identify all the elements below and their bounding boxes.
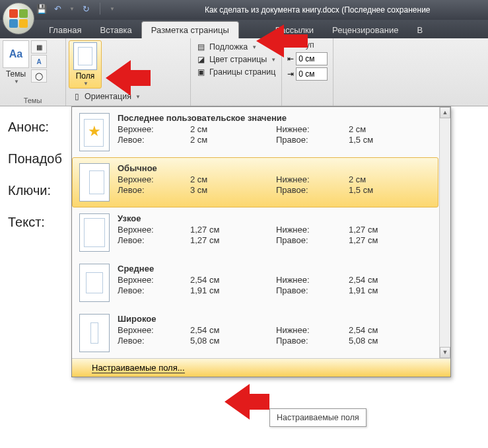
margins-button[interactable]: Поля ▼	[69, 40, 102, 89]
page-color-icon: ◪	[196, 54, 207, 65]
val-bottom: 2 см	[349, 124, 431, 134]
val-top: 2,54 см	[190, 275, 276, 285]
label-right: Правое:	[276, 285, 349, 295]
themes-dropdown-icon[interactable]: ▼	[14, 79, 19, 85]
label-bottom: Нижнее:	[276, 325, 349, 335]
label-left: Левое:	[118, 235, 190, 245]
title-bar: 💾 ↶ ▼ ↻ ▼ Как сделать из документа книгу…	[0, 0, 488, 20]
label-top: Верхнее:	[118, 325, 190, 335]
label-left: Левое:	[118, 336, 190, 346]
svg-marker-2	[225, 384, 269, 420]
margin-thumb-icon	[79, 163, 110, 202]
option-title: Обычное	[118, 163, 431, 173]
dropdown-scrollbar[interactable]: ▲ ▼	[439, 107, 450, 358]
val-bottom: 2 см	[349, 174, 431, 184]
ribbon: Aa Темы ▼ ▦ A ◯ Темы Поля ▼ ▯Ориентация▼…	[0, 38, 488, 106]
margins-option-normal[interactable]: Обычное Верхнее:2 смНижнее:2 см Левое:3 …	[72, 157, 438, 207]
val-top: 1,27 см	[190, 225, 276, 235]
office-button[interactable]	[3, 3, 34, 34]
star-icon: ★	[88, 123, 101, 140]
label-left: Левое:	[118, 285, 190, 295]
val-top: 2,54 см	[190, 325, 276, 335]
label-right: Правое:	[276, 185, 349, 195]
val-top: 2 см	[190, 174, 276, 184]
ribbon-tabs: Главная Вставка Разметка страницы ки Рас…	[0, 20, 488, 38]
margins-option-narrow[interactable]: Узкое Верхнее:1,27 смНижнее:1,27 см Лево…	[72, 207, 438, 258]
annotation-arrow-2	[106, 58, 152, 101]
margins-option-wide[interactable]: Широкое Верхнее:2,54 смНижнее:2,54 см Ле…	[72, 308, 438, 358]
tooltip-text: Настраиваемые поля	[277, 413, 359, 422]
theme-colors-button[interactable]: ▦	[31, 40, 47, 54]
annotation-arrow-3	[225, 382, 271, 425]
save-icon[interactable]: 💾	[36, 3, 47, 14]
watermark-icon: ▤	[196, 42, 207, 52]
margins-dropdown: ▲ ▼ ★ Последнее пользовательское значени…	[71, 106, 451, 377]
indent-right-icon: ⇥	[287, 69, 294, 79]
val-top: 2 см	[190, 124, 276, 134]
colors-icon: ▦	[36, 44, 42, 51]
themes-label: Темы	[6, 69, 26, 79]
label-bottom: Нижнее:	[276, 174, 349, 184]
redo-icon[interactable]: ↻	[81, 3, 92, 14]
svg-marker-1	[106, 60, 151, 96]
label-left: Левое:	[118, 135, 190, 145]
label-bottom: Нижнее:	[276, 275, 349, 285]
val-right: 1,91 см	[349, 285, 431, 295]
label-bottom: Нижнее:	[276, 225, 349, 235]
theme-fonts-button[interactable]: A	[31, 55, 47, 68]
quick-access-toolbar: 💾 ↶ ▼ ↻ ▼	[36, 3, 116, 15]
theme-effects-button[interactable]: ◯	[31, 69, 47, 83]
margins-option-moderate[interactable]: Среднее Верхнее:2,54 смНижнее:2,54 см Ле…	[72, 258, 438, 308]
page-borders-button[interactable]: ▣Границы страниц	[196, 67, 276, 77]
qat-customize-icon[interactable]: ▼	[108, 6, 116, 12]
tab-home[interactable]: Главная	[40, 22, 90, 38]
val-right: 5,08 см	[349, 336, 431, 346]
label-bottom: Нижнее:	[276, 124, 349, 134]
val-right: 1,5 см	[349, 135, 431, 145]
window-title: Как сделать из документа книгу.docx (Пос…	[205, 5, 431, 15]
qat-separator	[100, 3, 100, 15]
val-left: 1,27 см	[190, 235, 276, 245]
option-title: Широкое	[118, 314, 431, 324]
tab-review[interactable]: Рецензирование	[323, 22, 407, 38]
val-bottom: 1,27 см	[349, 225, 431, 235]
label-right: Правое:	[276, 336, 349, 346]
val-left: 5,08 см	[190, 336, 276, 346]
undo-dropdown-icon[interactable]: ▼	[68, 6, 76, 12]
effects-icon: ◯	[35, 72, 43, 81]
margin-thumb-icon	[79, 264, 110, 302]
label-left: Левое:	[118, 185, 190, 195]
fonts-icon: A	[36, 58, 41, 65]
tab-page-layout[interactable]: Разметка страницы	[141, 21, 239, 38]
orientation-icon: ▯	[71, 91, 82, 102]
margin-thumb-icon: ★	[79, 113, 110, 151]
scroll-up-icon[interactable]: ▲	[440, 107, 450, 118]
val-right: 1,5 см	[349, 185, 431, 195]
val-bottom: 2,54 см	[349, 325, 431, 335]
margins-option-last-custom[interactable]: ★ Последнее пользовательское значение Ве…	[72, 107, 438, 157]
themes-group: Aa Темы ▼ ▦ A ◯ Темы	[0, 38, 66, 106]
tab-insert[interactable]: Вставка	[90, 22, 141, 38]
undo-icon[interactable]: ↶	[52, 3, 63, 14]
svg-marker-0	[256, 24, 308, 57]
indent-right-input[interactable]	[296, 67, 328, 81]
scroll-down-icon[interactable]: ▼	[440, 347, 450, 358]
custom-margins-button[interactable]: Настраиваемые поля...	[72, 358, 450, 377]
label-top: Верхнее:	[118, 225, 190, 235]
tab-view-partial[interactable]: В	[407, 22, 432, 38]
val-left: 3 см	[190, 185, 276, 195]
val-left: 1,91 см	[190, 285, 276, 295]
option-title: Последнее пользовательское значение	[118, 113, 431, 123]
page-borders-icon: ▣	[196, 67, 207, 77]
val-bottom: 2,54 см	[349, 275, 431, 285]
label-right: Правое:	[276, 135, 349, 145]
themes-button[interactable]: Aa	[3, 40, 29, 68]
label-top: Верхнее:	[118, 174, 190, 184]
label-top: Верхнее:	[118, 124, 190, 134]
annotation-arrow-1	[256, 21, 309, 64]
watermark-label: Подложка	[209, 42, 248, 52]
themes-group-label: Темы	[0, 96, 65, 104]
margin-thumb-icon	[79, 314, 110, 352]
margins-dropdown-icon: ▼	[83, 81, 88, 87]
val-left: 2 см	[190, 135, 276, 145]
